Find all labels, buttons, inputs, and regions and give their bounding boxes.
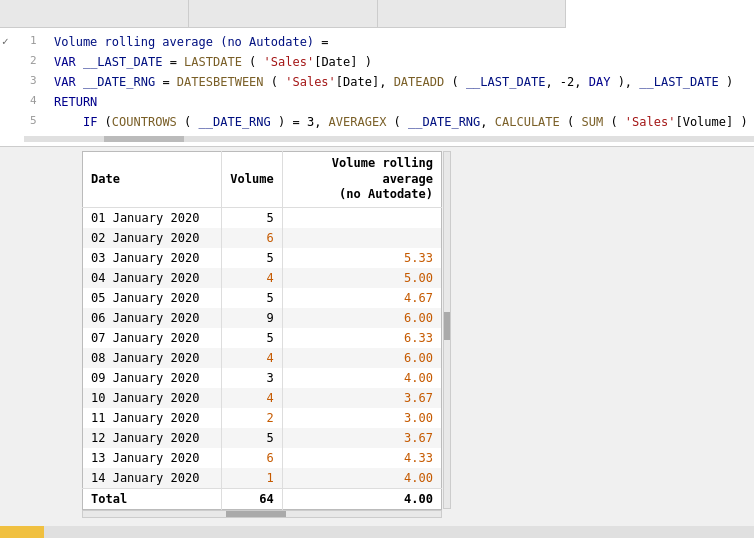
table-row: 01 January 20205	[83, 207, 442, 228]
cell-avg: 6.00	[282, 308, 441, 328]
cell-date: 01 January 2020	[83, 207, 222, 228]
horizontal-scrollbar[interactable]	[82, 510, 442, 518]
cell-volume: 2	[222, 408, 282, 428]
cell-date: 03 January 2020	[83, 248, 222, 268]
code-editor[interactable]: ✓ 1 Volume rolling average (no Autodate)…	[0, 28, 754, 147]
cell-date: 05 January 2020	[83, 288, 222, 308]
total-avg: 4.00	[282, 488, 441, 509]
cell-avg: 4.00	[282, 468, 441, 489]
tab-bar	[0, 0, 754, 28]
cell-volume: 6	[222, 448, 282, 468]
data-table: Date Volume Volume rolling average(no Au…	[82, 151, 442, 510]
cell-volume: 9	[222, 308, 282, 328]
cell-avg: 4.00	[282, 368, 441, 388]
cell-date: 08 January 2020	[83, 348, 222, 368]
code-line-2: 2 VAR __LAST_DATE = LASTDATE ( 'Sales'[D…	[24, 52, 754, 72]
code-line-3: 3 VAR __DATE_RNG = DATESBETWEEN ( 'Sales…	[24, 72, 754, 92]
cell-volume: 5	[222, 248, 282, 268]
table-row: 08 January 202046.00	[83, 348, 442, 368]
table-row: 12 January 202053.67	[83, 428, 442, 448]
cell-avg: 5.00	[282, 268, 441, 288]
main-content: Date Volume Volume rolling average(no Au…	[0, 147, 754, 521]
table-row: 05 January 202054.67	[83, 288, 442, 308]
check-mark-icon: ✓	[2, 34, 9, 51]
cell-volume: 6	[222, 228, 282, 248]
tab-formatting[interactable]	[189, 0, 378, 27]
bottom-bar	[0, 526, 754, 538]
table-row: 10 January 202043.67	[83, 388, 442, 408]
cell-avg	[282, 207, 441, 228]
tab-properties[interactable]	[378, 0, 567, 27]
table-row: 09 January 202034.00	[83, 368, 442, 388]
cell-volume: 5	[222, 207, 282, 228]
tab-calculations[interactable]	[566, 0, 754, 28]
table-row: 04 January 202045.00	[83, 268, 442, 288]
code-line-5: 5 IF (COUNTROWS ( __DATE_RNG ) = 3, AVER…	[24, 112, 754, 132]
table-row: 06 January 202096.00	[83, 308, 442, 328]
cell-volume: 3	[222, 368, 282, 388]
cell-avg: 4.67	[282, 288, 441, 308]
tab-structure[interactable]	[0, 0, 189, 27]
total-row: Total 64 4.00	[83, 488, 442, 509]
cell-avg	[282, 228, 441, 248]
total-volume: 64	[222, 488, 282, 509]
table-row: 11 January 202023.00	[83, 408, 442, 428]
table-row: 02 January 20206	[83, 228, 442, 248]
cell-avg: 3.67	[282, 428, 441, 448]
code-line-1: 1 Volume rolling average (no Autodate) =	[24, 32, 754, 52]
vertical-scrollbar[interactable]	[443, 151, 451, 509]
cell-volume: 4	[222, 268, 282, 288]
cell-avg: 3.00	[282, 408, 441, 428]
cell-volume: 4	[222, 348, 282, 368]
v-scroll-thumb	[444, 312, 450, 340]
cell-date: 02 January 2020	[83, 228, 222, 248]
cell-date: 10 January 2020	[83, 388, 222, 408]
cell-avg: 5.33	[282, 248, 441, 268]
table-row: 03 January 202055.33	[83, 248, 442, 268]
cell-avg: 4.33	[282, 448, 441, 468]
cell-avg: 3.67	[282, 388, 441, 408]
table-row: 13 January 202064.33	[83, 448, 442, 468]
col-header-volume: Volume	[222, 152, 282, 208]
cell-date: 14 January 2020	[83, 468, 222, 489]
cell-volume: 1	[222, 468, 282, 489]
cell-avg: 6.00	[282, 348, 441, 368]
col-header-date: Date	[83, 152, 222, 208]
cell-volume: 5	[222, 288, 282, 308]
cell-date: 07 January 2020	[83, 328, 222, 348]
cell-date: 12 January 2020	[83, 428, 222, 448]
cell-avg: 6.33	[282, 328, 441, 348]
cell-volume: 4	[222, 388, 282, 408]
cell-volume: 5	[222, 428, 282, 448]
table-row: 07 January 202056.33	[83, 328, 442, 348]
col-header-avg: Volume rolling average(no Autodate)	[282, 152, 441, 208]
cell-date: 13 January 2020	[83, 448, 222, 468]
cell-date: 04 January 2020	[83, 268, 222, 288]
table-row: 14 January 202014.00	[83, 468, 442, 489]
cell-date: 06 January 2020	[83, 308, 222, 328]
cell-volume: 5	[222, 328, 282, 348]
bottom-yellow-indicator	[0, 526, 44, 538]
cell-date: 09 January 2020	[83, 368, 222, 388]
table-wrapper: Date Volume Volume rolling average(no Au…	[82, 151, 442, 518]
cell-date: 11 January 2020	[83, 408, 222, 428]
total-label: Total	[83, 488, 222, 509]
code-line-4: 4 RETURN	[24, 92, 754, 112]
h-scroll-thumb	[226, 511, 286, 517]
